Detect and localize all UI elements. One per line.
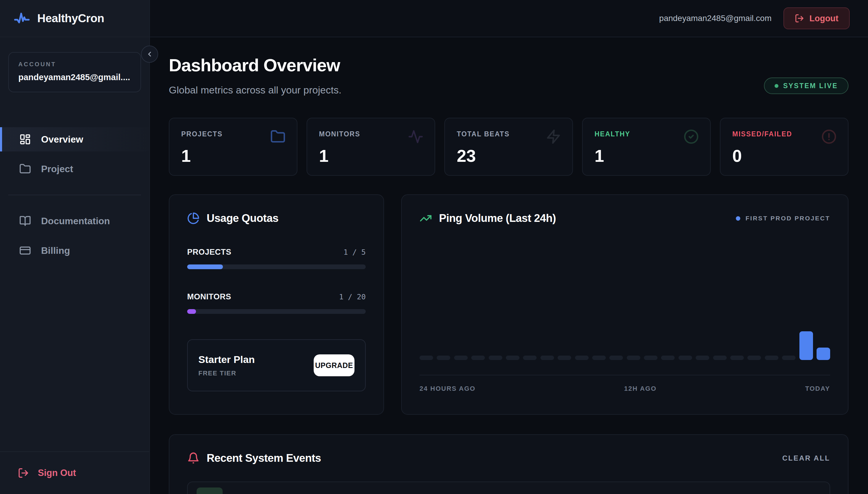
sidebar: ACCOUNT pandeyaman2485@gmail.... Overvie…: [0, 37, 150, 494]
sidebar-item-overview[interactable]: Overview: [0, 127, 149, 151]
dashboard-grid-icon: [19, 133, 31, 145]
chart-empty-slot: [713, 356, 727, 360]
chart-empty-slot: [661, 356, 675, 360]
event-status-badge: [197, 488, 223, 494]
sidebar-item-project[interactable]: Project: [0, 157, 149, 181]
brand: HealthyCron: [0, 0, 150, 37]
stat-card-total-beats: TOTAL BEATS 23: [445, 118, 573, 176]
page-title: Dashboard Overview: [169, 55, 341, 75]
stat-label: PROJECTS: [181, 130, 285, 138]
stat-card-healthy: HEALTHY 1: [582, 118, 711, 176]
sidebar-item-billing[interactable]: Billing: [0, 239, 149, 263]
chart-empty-slot: [575, 356, 589, 360]
recent-events-panel: Recent System Events CLEAR ALL: [169, 434, 848, 494]
stat-value: 1: [181, 146, 285, 166]
ping-volume-panel: Ping Volume (Last 24h) FIRST PROD PROJEC…: [401, 194, 848, 415]
sidebar-footer: Sign Out: [0, 451, 149, 494]
stat-value: 1: [319, 146, 423, 166]
quota-progress-track: [187, 264, 366, 269]
page-subtitle: Global metrics across all your projects.: [169, 84, 341, 96]
credit-card-icon: [19, 245, 31, 256]
sign-out-icon: [18, 468, 29, 479]
legend-label: FIRST PROD PROJECT: [746, 215, 830, 222]
stat-value: 1: [594, 146, 698, 166]
topbar: HealthyCron pandeyaman2485@gmail.com Log…: [0, 0, 868, 37]
quota-counter: 1 / 20: [339, 292, 366, 301]
live-dot-icon: [774, 84, 778, 88]
chart-axis-line: [419, 375, 830, 375]
legend-dot-icon: [736, 216, 740, 221]
chart-empty-slot: [471, 356, 485, 360]
sign-out-button[interactable]: Sign Out: [18, 468, 76, 479]
usage-quotas-panel: Usage Quotas PROJECTS 1 / 5 MONITORS 1 /…: [169, 194, 384, 415]
stat-value: 23: [457, 146, 560, 166]
app-title: HealthyCron: [37, 12, 104, 25]
bolt-icon: [546, 129, 561, 144]
main-content: Dashboard Overview Global metrics across…: [150, 37, 868, 494]
topbar-right: pandeyaman2485@gmail.com Logout: [150, 0, 868, 37]
quota-progress-track: [187, 309, 366, 314]
chart-empty-slot: [437, 356, 450, 360]
x-tick-right: TODAY: [805, 385, 830, 393]
sidebar-collapse-button[interactable]: [141, 45, 158, 63]
x-tick-middle: 12H AGO: [624, 385, 657, 393]
stat-label: HEALTHY: [594, 130, 698, 138]
quota-label: PROJECTS: [187, 248, 232, 257]
quota-projects: PROJECTS 1 / 5: [187, 248, 366, 269]
usage-quotas-title: Usage Quotas: [206, 212, 278, 225]
pulse-icon: [408, 129, 423, 144]
quota-progress-fill: [187, 309, 196, 314]
stat-card-projects: PROJECTS 1: [169, 118, 297, 176]
chart-empty-slot: [419, 356, 433, 360]
user-email: pandeyaman2485@gmail.com: [659, 14, 772, 23]
chart-bar: [816, 347, 830, 360]
clear-all-button[interactable]: CLEAR ALL: [782, 454, 830, 462]
account-email: pandeyaman2485@gmail....: [18, 73, 131, 82]
sidebar-nav: Overview Project Documentation Billing: [0, 127, 149, 263]
quota-label: MONITORS: [187, 292, 231, 301]
logout-icon: [795, 14, 804, 23]
chart-empty-slot: [489, 356, 502, 360]
sidebar-item-documentation[interactable]: Documentation: [0, 209, 149, 233]
chart-empty-slot: [506, 356, 519, 360]
chart-slots: [419, 225, 830, 360]
logout-label: Logout: [809, 14, 839, 23]
sidebar-item-label: Billing: [41, 245, 70, 256]
plan-name: Starter Plan: [198, 354, 255, 365]
sidebar-item-label: Project: [41, 164, 73, 174]
open-book-icon: [19, 215, 31, 227]
chart-legend: FIRST PROD PROJECT: [736, 215, 830, 222]
plan-tier: FREE TIER: [198, 369, 255, 377]
quota-monitors: MONITORS 1 / 20: [187, 292, 366, 314]
account-card: ACCOUNT pandeyaman2485@gmail....: [8, 52, 141, 92]
chart-empty-slot: [523, 356, 537, 360]
chart-empty-slot: [696, 356, 709, 360]
account-label: ACCOUNT: [18, 61, 131, 68]
quota-progress-fill: [187, 264, 223, 269]
chevron-left-icon: [146, 50, 154, 58]
chart-empty-slot: [747, 356, 761, 360]
logout-button[interactable]: Logout: [784, 7, 850, 29]
system-live-label: SYSTEM LIVE: [783, 82, 838, 90]
chart-empty-slot: [782, 356, 795, 360]
chart-x-labels: 24 HOURS AGO 12H AGO TODAY: [419, 385, 830, 393]
chart-empty-slot: [609, 356, 623, 360]
stat-card-missed-failed: MISSED/FAILED 0: [720, 118, 848, 176]
stat-card-monitors: MONITORS 1: [307, 118, 435, 176]
folder-icon: [19, 163, 31, 175]
upgrade-button[interactable]: UPGRADE: [314, 354, 354, 376]
alert-circle-icon: [821, 129, 837, 144]
stat-value: 0: [732, 146, 836, 166]
chart-empty-slot: [454, 356, 468, 360]
x-tick-left: 24 HOURS AGO: [419, 385, 475, 393]
stat-label: MONITORS: [319, 130, 423, 138]
sidebar-divider: [8, 195, 141, 195]
chart-empty-slot: [540, 356, 554, 360]
sidebar-item-label: Documentation: [41, 216, 110, 227]
ping-volume-title: Ping Volume (Last 24h): [439, 212, 556, 225]
pie-chart-icon: [187, 212, 200, 225]
chart-empty-slot: [765, 356, 778, 360]
chart-empty-slot: [678, 356, 692, 360]
chart-empty-slot: [627, 356, 640, 360]
chart-bar: [800, 331, 813, 360]
